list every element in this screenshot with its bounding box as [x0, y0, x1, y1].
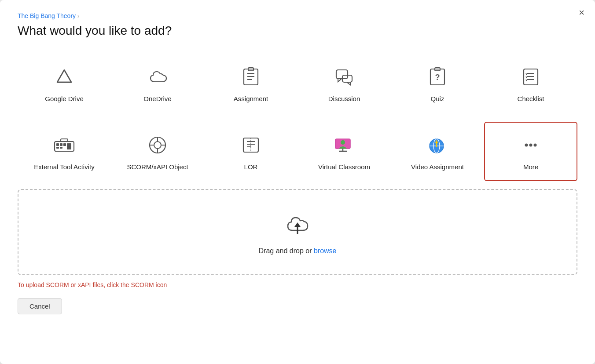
svg-rect-30 — [61, 139, 68, 142]
items-row1: Google Drive OneDrive Assign — [18, 54, 577, 113]
more-icon — [519, 133, 543, 157]
breadcrumb: The Big Bang Theory › — [18, 12, 577, 19]
item-label-virtual-classroom: Virtual Classroom — [318, 162, 370, 171]
svg-rect-25 — [56, 147, 59, 149]
svg-point-32 — [154, 142, 161, 149]
modal-container: × The Big Bang Theory › What would you l… — [0, 0, 595, 364]
item-checklist[interactable]: Checklist — [484, 54, 577, 113]
scorm-hint: To upload SCORM or xAPI files, click the… — [18, 281, 577, 288]
external-tool-icon — [52, 133, 76, 157]
item-video-assignment[interactable]: Video Assignment — [391, 122, 484, 181]
item-external-tool[interactable]: External Tool Activity — [18, 122, 111, 181]
item-lor[interactable]: LOR — [204, 122, 298, 181]
lor-icon — [239, 133, 263, 157]
item-label-google-drive: Google Drive — [45, 94, 84, 103]
drop-zone-text: Drag and drop or browse — [259, 247, 337, 255]
svg-point-43 — [341, 140, 345, 145]
breadcrumb-separator: › — [77, 13, 79, 19]
item-label-lor: LOR — [244, 162, 258, 171]
drop-zone[interactable]: Drag and drop or browse — [18, 189, 577, 275]
assignment-icon — [239, 65, 263, 89]
item-label-checklist: Checklist — [518, 94, 544, 103]
item-google-drive[interactable]: Google Drive — [18, 54, 111, 113]
svg-line-21 — [526, 76, 527, 78]
item-discussion[interactable]: Discussion — [298, 54, 391, 113]
video-assignment-icon — [426, 133, 449, 157]
item-quiz[interactable]: ? Quiz — [391, 54, 484, 113]
svg-marker-12 — [347, 82, 350, 85]
svg-rect-26 — [60, 143, 62, 146]
item-assignment[interactable]: Assignment — [204, 54, 298, 113]
item-label-more: More — [523, 162, 538, 171]
svg-line-22 — [526, 80, 527, 81]
checklist-icon — [519, 65, 543, 89]
svg-rect-28 — [63, 143, 66, 146]
virtual-classroom-icon — [332, 133, 356, 157]
items-row2: External Tool Activity SCORM/xAPI Object — [18, 122, 577, 181]
svg-line-1 — [57, 70, 64, 82]
item-onedrive[interactable]: OneDrive — [111, 54, 204, 113]
item-label-quiz: Quiz — [431, 94, 444, 103]
svg-marker-0 — [57, 70, 71, 82]
item-more[interactable]: More — [484, 122, 577, 181]
svg-line-20 — [526, 73, 527, 75]
breadcrumb-link[interactable]: The Big Bang Theory — [18, 12, 76, 19]
svg-line-2 — [64, 70, 71, 82]
close-button[interactable]: × — [579, 8, 584, 18]
onedrive-icon — [146, 65, 169, 89]
svg-point-51 — [525, 144, 528, 147]
item-label-onedrive: OneDrive — [143, 94, 171, 103]
svg-rect-27 — [60, 147, 62, 149]
item-label-external-tool: External Tool Activity — [34, 162, 94, 171]
scorm-icon — [146, 133, 169, 157]
item-scorm[interactable]: SCORM/xAPI Object — [111, 122, 204, 181]
svg-point-52 — [529, 144, 533, 147]
google-drive-icon — [52, 65, 76, 89]
svg-text:?: ? — [435, 73, 440, 82]
item-virtual-classroom[interactable]: Virtual Classroom — [298, 122, 391, 181]
cancel-button[interactable]: Cancel — [18, 298, 62, 314]
item-label-video-assignment: Video Assignment — [411, 162, 464, 171]
svg-rect-29 — [67, 143, 71, 149]
discussion-icon — [332, 65, 356, 89]
quiz-icon: ? — [426, 65, 449, 89]
svg-rect-24 — [56, 143, 59, 146]
upload-icon — [283, 211, 312, 239]
browse-link[interactable]: browse — [314, 247, 337, 255]
item-label-scorm: SCORM/xAPI Object — [127, 162, 188, 171]
svg-point-53 — [534, 144, 537, 147]
svg-marker-55 — [294, 222, 301, 227]
item-label-assignment: Assignment — [234, 94, 268, 103]
page-title: What would you like to add? — [18, 24, 577, 38]
item-label-discussion: Discussion — [328, 94, 360, 103]
